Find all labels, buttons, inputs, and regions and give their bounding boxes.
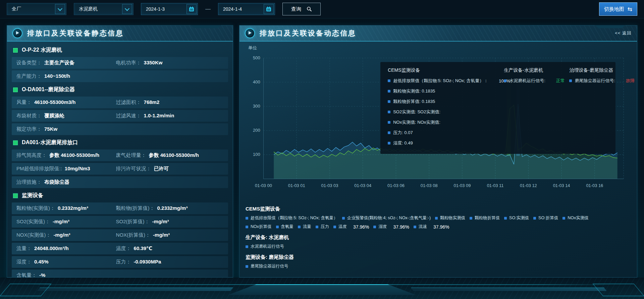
info-field: 废气处理量： 参数 46100-55300m/h xyxy=(116,152,228,159)
chevron-down-icon[interactable] xyxy=(122,4,132,14)
date-to-input[interactable]: 2024-1-4 xyxy=(218,3,275,15)
query-button[interactable]: 查询 xyxy=(282,3,321,15)
info-row: 颗粒物(实测值)： 0.2332mg/m³ 颗粒物(折算值)： 0.2332mg… xyxy=(12,202,228,214)
field-value: 46100-55300m3/h xyxy=(34,99,75,105)
chevron-down-icon[interactable] xyxy=(55,4,65,14)
swap-arrows-icon: ⇆ xyxy=(628,6,632,12)
legend-item[interactable]: NOx实测值 xyxy=(562,215,589,221)
field-label: 设备类型： xyxy=(16,60,42,66)
legend-item[interactable]: SO:实测值 xyxy=(504,215,529,221)
tooltip-item: 水泥磨机运行信号:正常 xyxy=(504,78,554,84)
field-value: 0.2332mg/m³ xyxy=(58,205,88,211)
legend-item[interactable]: 压力 xyxy=(316,224,329,230)
blue-square-marker-icon xyxy=(388,142,390,144)
blue-square-marker-icon xyxy=(373,226,376,228)
date-from-input[interactable]: 2024-1-3 xyxy=(141,3,198,15)
tooltip-item-label: 颗粒物折算值: 0.1835 xyxy=(393,99,435,105)
info-field: 过滤风速： 1.0-1.2m/min xyxy=(116,113,228,119)
field-label: 颗粒物(折算值)： xyxy=(116,205,155,212)
legend-item[interactable]: 颗粒物实测值 xyxy=(435,215,465,221)
field-label: 排气筒高度： xyxy=(16,152,47,159)
field-label: 压力： xyxy=(116,259,131,265)
legend-item[interactable]: 颗粒物折算值 xyxy=(470,215,500,221)
field-label: 布袋材质： xyxy=(16,113,42,119)
tooltip-item-label: 水泥磨机运行信号: xyxy=(509,78,545,84)
field-label: 湿度： xyxy=(16,259,32,265)
legend-item-label: 温度 xyxy=(338,224,347,230)
blue-square-marker-icon xyxy=(246,245,248,248)
tooltip-column-title: 治理设备-磨尾除尘器 xyxy=(569,67,627,73)
legend-item[interactable]: SO:折算值 xyxy=(533,215,558,221)
date-from-value: 2024-1-3 xyxy=(146,6,165,12)
info-field: 湿度： 0.45% xyxy=(16,259,116,265)
tooltip-item-label: 超低排放限值（颗拉物:5: SOz-; NOx; 含氧量）： xyxy=(393,78,488,84)
footer-bar-left xyxy=(37,288,233,291)
legend-item[interactable]: 水泥磨机运行信号 xyxy=(246,244,284,249)
section-title: 监测设备 xyxy=(22,192,43,199)
field-label: 过滤面积： xyxy=(116,99,141,106)
blue-square-marker-icon xyxy=(470,217,472,220)
switch-map-button[interactable]: 切换地图 ⇆ xyxy=(599,2,637,16)
green-square-icon xyxy=(13,48,18,53)
dynamic-panel-body: 单位 10020030040050001-03 0001-03 0101-03 … xyxy=(239,42,637,269)
calendar-icon[interactable] xyxy=(264,4,274,14)
field-value: 3350Kw xyxy=(144,60,163,65)
svg-text:01-03 12: 01-03 12 xyxy=(520,183,537,188)
legend-item-label: 颗粒物折算值 xyxy=(475,215,500,221)
info-field: 流量： 24048.000m³/h xyxy=(16,245,116,252)
field-value: 75Kw xyxy=(44,126,57,132)
legend-group-title: 生产设备: 水泥磨机 xyxy=(246,234,631,241)
legend-row: 超低排放限值（颗拉物:5: SOz-; NOx; 含氧量） 企业预警值(颗粒物:… xyxy=(246,215,631,221)
panel-title: 排放口及关联设备动态信息 xyxy=(260,28,356,38)
info-row: 生产能力： 140~150t/h xyxy=(12,70,228,82)
blue-square-marker-icon xyxy=(246,226,248,228)
tooltip-item: 磨尾除尘器运行信号:故障 xyxy=(569,78,627,84)
field-value: 24048.000m³/h xyxy=(34,245,69,251)
legend-item-value: 37.96% xyxy=(393,224,409,230)
legend-item[interactable]: 磨尾除尘器运行信号 xyxy=(246,263,288,269)
tooltip-item: 颗粒物折算值: 0.1835 xyxy=(388,99,489,105)
blue-square-marker-icon xyxy=(246,265,248,268)
legend-item-label: SO:实测值 xyxy=(509,215,529,221)
tooltip-item: NOx实测值: NOx实测值: xyxy=(388,119,489,125)
legend-group-title: 监测设备: 磨尾除尘器 xyxy=(246,254,631,260)
blue-square-marker-icon xyxy=(569,79,572,82)
blue-square-marker-icon xyxy=(333,226,336,228)
info-field: 排污许可状况： 已许可 xyxy=(116,166,228,172)
info-field: 电机功率： 3350Kw xyxy=(116,60,228,66)
field-value: 布袋除尘器 xyxy=(44,179,69,185)
info-row: SO2(实测值)： -mg/m³ SO2(折算值)： -mg/m³ xyxy=(12,216,228,228)
field-label: 流量： xyxy=(16,245,32,252)
legend-item[interactable]: NOx折算值 xyxy=(246,224,272,230)
tooltip-item-label: 压力: 0.07 xyxy=(393,130,413,136)
tooltip-column: 生产设备-水泥磨机 水泥磨机运行信号:正常 xyxy=(504,67,554,151)
legend-item-label: NOx折算值 xyxy=(251,224,272,230)
legend-item[interactable]: 企业预警值(颗粒物:4; sOz-; NOx-;含氧气量:-) xyxy=(342,215,431,221)
static-info-list: O-P-22 水泥磨机 设备类型： 主要生产设备 电机功率： 3350Kw 生产… xyxy=(7,42,233,286)
info-row: 湿度： 0.45% 压力： -0.0930MPa xyxy=(12,256,228,268)
legend-item[interactable]: 超低排放限值（颗拉物:5: SOz-; NOx; 含氧量） xyxy=(246,215,338,221)
info-field: NOX(折算值)： -mg/m³ xyxy=(116,232,228,238)
legend-item-label: SO:折算值 xyxy=(538,215,558,221)
legend-item[interactable]: 含氧量 xyxy=(276,224,294,230)
line-chart[interactable]: 10020030040050001-03 0001-03 0101-03 030… xyxy=(246,52,631,201)
search-icon xyxy=(307,6,312,12)
legend-item[interactable]: 流量 xyxy=(298,224,311,230)
legend-group-title: CEMS监测设备 xyxy=(246,206,631,212)
legend-item[interactable]: 温度 37.96% xyxy=(333,224,369,230)
calendar-icon[interactable] xyxy=(186,4,197,14)
svg-text:01-03 04: 01-03 04 xyxy=(354,183,371,188)
info-row: 额定功率： 75Kw xyxy=(12,123,228,135)
legend-item[interactable]: 流速 37.96% xyxy=(414,224,449,230)
field-label: 排污许可状况： xyxy=(116,166,151,172)
tooltip-item: 超低排放限值（颗拉物:5: SOz-; NOx; 含氧量）：100% xyxy=(388,78,489,84)
legend-item[interactable]: 湿度 37.96% xyxy=(373,224,409,230)
blue-square-marker-icon xyxy=(562,217,565,220)
blue-square-marker-icon xyxy=(388,79,390,82)
static-info-panel: 排放口及关联设备静态信息 O-P-22 水泥磨机 设备类型： 主要生产设备 电机… xyxy=(7,25,233,278)
plant-select[interactable]: 全厂 xyxy=(7,3,66,15)
blue-square-marker-icon xyxy=(388,100,390,103)
device-select[interactable]: 水泥磨机 xyxy=(74,3,133,15)
back-link[interactable]: << 返回 xyxy=(615,30,632,36)
info-row: 风量： 46100-55300m3/h 过滤面积： 768m2 xyxy=(12,97,228,108)
